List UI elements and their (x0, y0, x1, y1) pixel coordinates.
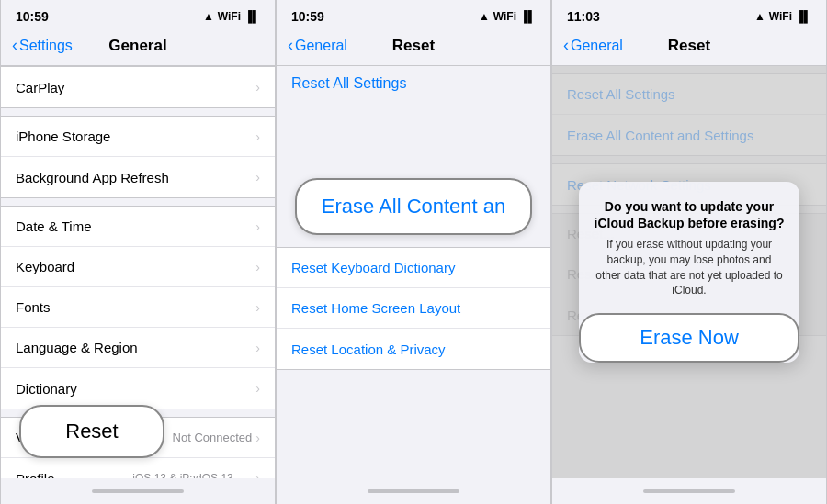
erase-button-text: Erase All Content an (322, 195, 506, 218)
list-item-fonts[interactable]: Fonts › (1, 287, 275, 328)
reset-keyboard-label: Reset Keyboard Dictionary (291, 260, 455, 275)
nav-title-3: Reset (668, 37, 710, 55)
chevron-icon: › (255, 80, 260, 95)
status-bar-1: 10:59 ▲ WiFi ▐▌ (1, 0, 275, 29)
list-item-reset-homescreen[interactable]: Reset Home Screen Layout (277, 288, 550, 329)
battery-icon: ▐▌ (520, 10, 536, 23)
battery-icon: ▐▌ (796, 10, 811, 23)
section-storage: iPhone Storage › Background App Refresh … (1, 116, 275, 198)
reset-location-label: Reset Location & Privacy (291, 342, 446, 357)
list-item-bg-refresh[interactable]: Background App Refresh › (1, 157, 275, 197)
chevron-icon: › (255, 300, 260, 315)
list-item-keyboard[interactable]: Keyboard › (1, 247, 275, 287)
back-label-2: General (295, 38, 347, 54)
erase-now-button[interactable]: Erase Now (579, 313, 799, 363)
profile-right: iOS 13 & iPadOS 13 Beta Software Pr... › (132, 471, 260, 478)
phone2-content: Erase All Content an Reset Keyboard Dict… (277, 95, 550, 478)
home-indicator-2 (277, 478, 550, 504)
dictionary-right: › (255, 381, 260, 396)
carplay-label: CarPlay (16, 80, 64, 95)
chevron-icon: › (255, 471, 260, 478)
chevron-icon: › (255, 341, 260, 355)
status-bar-2: 10:59 ▲ WiFi ▐▌ (277, 0, 550, 29)
battery-icon: ▐▌ (244, 10, 260, 23)
status-time-1: 10:59 (16, 9, 49, 24)
list-item-reset-location[interactable]: Reset Location & Privacy (277, 329, 550, 369)
list-item-profile[interactable]: Profile iOS 13 & iPadOS 13 Beta Software… (1, 458, 275, 478)
back-label-3: General (571, 38, 623, 54)
home-bar (643, 489, 735, 493)
fonts-right: › (255, 300, 260, 315)
nav-title-1: General (108, 37, 166, 55)
dialog-overlay: Do you want to update your iCloud Backup… (552, 66, 826, 478)
dialog-title: Do you want to update your iCloud Backup… (594, 198, 785, 231)
list-item-iphone-storage[interactable]: iPhone Storage › (1, 117, 275, 157)
keyboard-right: › (255, 260, 260, 274)
signal-icon: ▲ (203, 10, 214, 23)
reset-actions-section: Reset Keyboard Dictionary Reset Home Scr… (277, 247, 550, 370)
chevron-left-icon: ‹ (563, 36, 569, 55)
vpn-status: Not Connected (173, 431, 253, 444)
wifi-icon: WiFi (493, 10, 516, 23)
back-button-3[interactable]: ‹ General (563, 36, 623, 55)
carplay-right: › (255, 80, 260, 95)
nav-bar-2: ‹ General Reset (277, 29, 550, 66)
status-icons-1: ▲ WiFi ▐▌ (203, 10, 260, 23)
language-label: Language & Region (16, 340, 138, 355)
phone-1: 10:59 ▲ WiFi ▐▌ ‹ Settings General CarPl… (0, 0, 276, 504)
fonts-label: Fonts (16, 299, 51, 315)
section-localization: Date & Time › Keyboard › Fonts › Languag… (1, 206, 275, 409)
back-button-1[interactable]: ‹ Settings (12, 36, 73, 55)
nav-title-2: Reset (392, 37, 435, 55)
chevron-left-icon: ‹ (12, 36, 17, 55)
phone-3: 11:03 ▲ WiFi ▐▌ ‹ General Reset Reset Al… (551, 0, 827, 504)
bg-refresh-right: › (255, 170, 260, 185)
erase-button-overlay[interactable]: Erase All Content an (295, 178, 532, 235)
home-bar (368, 489, 459, 493)
home-indicator-3 (552, 478, 826, 504)
list-item-reset-keyboard[interactable]: Reset Keyboard Dictionary (277, 248, 550, 288)
erase-now-label: Erase Now (640, 326, 739, 350)
list-item-dictionary[interactable]: Dictionary › (1, 368, 275, 409)
bg-refresh-label: Background App Refresh (16, 170, 169, 185)
section-carplay: CarPlay › (1, 66, 275, 108)
reset-all-header: Reset All Settings (277, 66, 550, 95)
chevron-icon: › (255, 431, 260, 445)
profile-label: Profile (16, 471, 55, 479)
status-icons-3: ▲ WiFi ▐▌ (754, 10, 811, 23)
status-time-3: 11:03 (567, 9, 600, 24)
list-item-carplay[interactable]: CarPlay › (1, 67, 275, 107)
chevron-left-icon: ‹ (288, 36, 293, 55)
reset-all-settings-label: Reset All Settings (291, 75, 406, 91)
wifi-icon: WiFi (769, 10, 792, 23)
dictionary-label: Dictionary (16, 381, 77, 397)
nav-bar-3: ‹ General Reset (552, 29, 826, 66)
wifi-icon: WiFi (218, 10, 241, 23)
dialog-message: If you erase without updating your backu… (594, 237, 785, 298)
chevron-icon: › (255, 219, 260, 234)
back-button-2[interactable]: ‹ General (288, 36, 347, 55)
home-bar (92, 489, 184, 493)
signal-icon: ▲ (479, 10, 490, 23)
status-icons-2: ▲ WiFi ▐▌ (479, 10, 536, 23)
signal-icon: ▲ (754, 10, 765, 23)
status-bar-3: 11:03 ▲ WiFi ▐▌ (552, 0, 826, 29)
reset-homescreen-label: Reset Home Screen Layout (291, 300, 460, 316)
status-time-2: 10:59 (291, 9, 324, 24)
chevron-icon: › (255, 381, 260, 396)
reset-button-overlay[interactable]: Reset (19, 405, 164, 458)
chevron-icon: › (255, 129, 260, 144)
phone3-content: Reset All Settings Erase All Content and… (552, 66, 826, 478)
chevron-icon: › (255, 260, 260, 274)
storage-right: › (255, 129, 260, 144)
phone-2: 10:59 ▲ WiFi ▐▌ ‹ General Reset Reset Al… (276, 0, 551, 504)
language-right: › (255, 341, 260, 355)
list-item-datetime[interactable]: Date & Time › (1, 207, 275, 247)
datetime-right: › (255, 219, 260, 234)
back-label-1: Settings (19, 38, 73, 54)
list-item-language[interactable]: Language & Region › (1, 328, 275, 368)
vpn-right: Not Connected › (173, 431, 260, 445)
keyboard-label: Keyboard (16, 259, 74, 274)
reset-button-text: Reset (65, 420, 118, 443)
home-indicator-1 (1, 478, 275, 504)
